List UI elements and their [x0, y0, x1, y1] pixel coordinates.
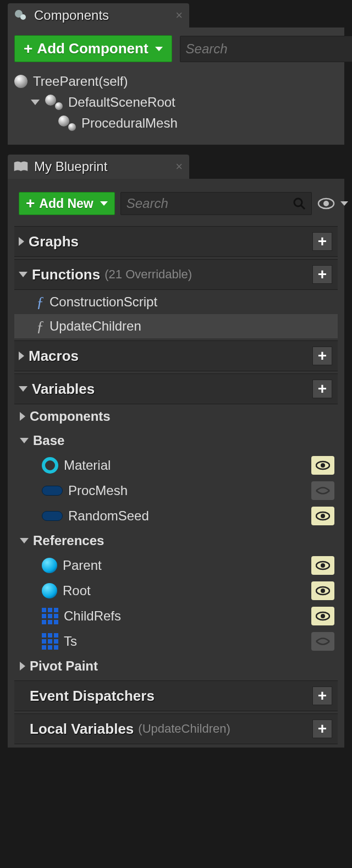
add-function-button[interactable]: + — [312, 265, 332, 284]
var-randomseed[interactable]: RandomSeed — [14, 503, 338, 529]
blueprint-search-input[interactable] — [127, 196, 293, 211]
var-group-references[interactable]: References — [14, 529, 338, 553]
var-label: Material — [64, 458, 311, 473]
function-label: UpdateChildren — [50, 318, 141, 334]
var-ts[interactable]: Ts — [14, 629, 338, 654]
tree-row-procmesh[interactable]: ProceduralMesh — [14, 113, 338, 134]
components-tree: TreeParent(self) DefaultSceneRoot Proced… — [14, 71, 338, 134]
tree-label-self: TreeParent(self) — [33, 74, 128, 89]
visibility-toggle[interactable] — [311, 507, 334, 525]
tree-row-self[interactable]: TreeParent(self) — [14, 71, 338, 92]
add-component-label: Add Component — [37, 40, 148, 57]
svg-point-7 — [323, 201, 329, 206]
actor-icon — [14, 75, 28, 88]
expand-caret-icon[interactable] — [19, 386, 28, 392]
myblueprint-tab-title: My Blueprint — [34, 159, 107, 174]
var-label: ChildRefs — [64, 608, 311, 624]
add-macro-button[interactable]: + — [312, 347, 332, 365]
var-group-label: Components — [30, 409, 111, 424]
function-updatechildren[interactable]: ƒ UpdateChildren — [14, 314, 338, 338]
functions-sub: (21 Overridable) — [105, 267, 192, 282]
functions-label: Functions — [32, 266, 100, 283]
tree-label-scene-root: DefaultSceneRoot — [68, 95, 175, 110]
var-group-label: Base — [33, 433, 64, 448]
tree-label-procmesh: ProceduralMesh — [81, 116, 178, 131]
var-childrefs[interactable]: ChildRefs — [14, 603, 338, 629]
var-parent[interactable]: Parent — [14, 553, 338, 578]
components-tab[interactable]: Components × — [8, 3, 189, 28]
function-icon: ƒ — [36, 293, 44, 311]
components-panel-body: + Add Component TreeParent(self) Default… — [8, 28, 344, 145]
var-label: ProcMesh — [68, 483, 311, 498]
var-type-icon — [42, 558, 57, 573]
add-component-button[interactable]: + Add Component — [14, 35, 172, 62]
add-variable-button[interactable]: + — [312, 380, 332, 398]
search-icon — [293, 197, 306, 210]
visibility-toggle[interactable] — [311, 481, 334, 500]
var-label: Parent — [63, 558, 311, 573]
variables-label: Variables — [32, 381, 95, 398]
add-new-button[interactable]: + Add New — [19, 192, 115, 215]
section-event-dispatchers[interactable]: Event Dispatchers + — [14, 680, 338, 711]
blueprint-tab-icon — [13, 159, 29, 174]
var-group-pivotpaint[interactable]: Pivot Paint — [14, 654, 338, 678]
add-dispatcher-button[interactable]: + — [312, 686, 332, 705]
components-tab-title: Components — [34, 8, 109, 23]
svg-line-5 — [301, 205, 305, 209]
svg-point-9 — [321, 463, 325, 468]
var-root[interactable]: Root — [14, 578, 338, 603]
var-label: RandomSeed — [68, 508, 311, 524]
scene-root-icon — [45, 95, 63, 110]
dispatchers-label: Event Dispatchers — [30, 688, 155, 705]
var-group-base[interactable]: Base — [14, 428, 338, 453]
function-label: ConstructionScript — [50, 294, 157, 310]
blueprint-search[interactable] — [120, 192, 312, 215]
components-search[interactable] — [180, 36, 352, 62]
components-panel: Components × + Add Component TreeParent(… — [8, 3, 344, 145]
tree-row-scene-root[interactable]: DefaultSceneRoot — [14, 92, 338, 113]
expand-caret-icon[interactable] — [31, 100, 40, 105]
myblueprint-body: + Add New Graphs — [8, 179, 344, 748]
var-material[interactable]: Material — [14, 453, 338, 478]
close-icon[interactable]: × — [175, 8, 183, 23]
section-functions[interactable]: Functions (21 Overridable) + — [14, 259, 338, 290]
graphs-label: Graphs — [29, 233, 79, 250]
expand-caret-icon[interactable] — [20, 538, 29, 543]
svg-point-15 — [321, 589, 325, 593]
components-search-input[interactable] — [186, 41, 352, 57]
var-label: Root — [63, 583, 311, 598]
dropdown-caret-icon — [100, 201, 108, 206]
expand-caret-icon[interactable] — [19, 272, 28, 277]
visibility-toggle[interactable] — [311, 556, 334, 575]
view-options-button[interactable] — [317, 197, 348, 210]
myblueprint-tab[interactable]: My Blueprint × — [8, 155, 189, 179]
expand-caret-icon[interactable] — [19, 351, 24, 360]
visibility-toggle[interactable] — [311, 456, 334, 475]
visibility-toggle[interactable] — [311, 632, 334, 651]
expand-caret-icon[interactable] — [20, 438, 29, 443]
expand-caret-icon[interactable] — [19, 237, 24, 246]
visibility-toggle[interactable] — [311, 581, 334, 600]
macros-label: Macros — [29, 348, 79, 365]
add-local-button[interactable]: + — [312, 719, 332, 738]
add-new-label: Add New — [39, 196, 93, 211]
add-graph-button[interactable]: + — [312, 232, 332, 251]
expand-caret-icon[interactable] — [20, 412, 25, 421]
var-procmesh[interactable]: ProcMesh — [14, 478, 338, 503]
var-group-label: Pivot Paint — [30, 658, 98, 674]
var-type-icon — [42, 511, 63, 521]
function-constructionscript[interactable]: ƒ ConstructionScript — [14, 290, 338, 314]
locals-label: Local Variables — [30, 721, 134, 738]
component-icon — [58, 116, 76, 131]
section-macros[interactable]: Macros + — [14, 340, 338, 371]
myblueprint-panel: My Blueprint × + Add New — [8, 155, 344, 748]
var-group-components[interactable]: Components — [14, 404, 338, 428]
plus-icon: + — [24, 41, 32, 57]
var-group-label: References — [33, 533, 104, 548]
section-graphs[interactable]: Graphs + — [14, 226, 338, 257]
visibility-toggle[interactable] — [311, 607, 334, 625]
section-variables[interactable]: Variables + — [14, 373, 338, 404]
close-icon[interactable]: × — [175, 160, 183, 174]
section-local-variables[interactable]: Local Variables (UpdateChildren) + — [14, 713, 338, 744]
expand-caret-icon[interactable] — [20, 662, 25, 671]
